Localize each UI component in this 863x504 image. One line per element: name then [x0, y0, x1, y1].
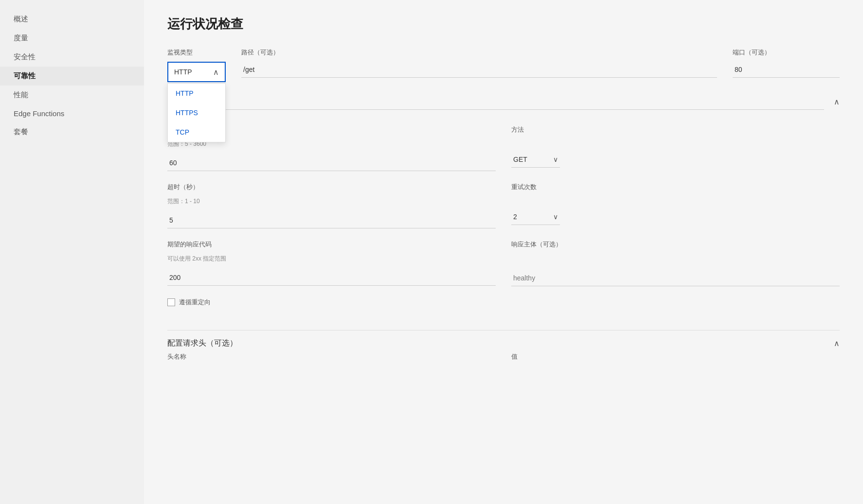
top-form-row: 监视类型 HTTP HTTP HTTPS TCP [167, 48, 840, 82]
expected-code-label: 期望的响应代码 [167, 240, 496, 249]
sidebar-item-packages[interactable]: 套餐 [0, 122, 144, 141]
response-body-label: 响应主体（可选） [511, 240, 840, 249]
sidebar-item-performance[interactable]: 性能 [0, 86, 144, 104]
follow-redirects-row: 遵循重定向 [167, 298, 840, 307]
interval-method-row: 测试时间间隔（秒） 范围：5 - 3600 方法 GET [167, 125, 840, 171]
method-group: 方法 GET [511, 125, 840, 171]
timeout-retries-row: 超时（秒） 范围：1 - 10 重试次数 2 [167, 183, 840, 228]
collapse-description-icon[interactable] [834, 97, 840, 106]
retries-chevron-icon [553, 213, 558, 221]
retries-group: 重试次数 2 [511, 183, 840, 228]
config-headers-collapse-icon[interactable] [834, 339, 840, 348]
dropdown-option-https[interactable]: HTTPS [168, 103, 225, 122]
header-value-col: 值 [511, 352, 840, 361]
dropdown-option-http[interactable]: HTTP [168, 84, 225, 103]
retries-dropdown-btn[interactable]: 2 [511, 209, 560, 225]
page-title: 运行状况检查 [167, 16, 840, 33]
port-group: 端口（可选） [733, 48, 840, 78]
retries-label: 重试次数 [511, 183, 840, 191]
sidebar: 概述 度量 安全性 可靠性 性能 Edge Functions 套餐 [0, 0, 144, 504]
path-label: 路径（可选） [241, 48, 717, 57]
expected-code-sublabel: 可以使用 2xx 指定范围 [167, 255, 496, 263]
config-headers-title: 配置请求头（可选） [167, 338, 237, 348]
follow-redirects-checkbox[interactable] [167, 298, 175, 306]
follow-redirects-label: 遵循重定向 [179, 298, 211, 307]
headers-table-header: 头名称 值 [167, 352, 840, 361]
monitor-type-dropdown-btn[interactable]: HTTP [167, 62, 226, 82]
description-row [167, 94, 840, 110]
sidebar-item-reliability[interactable]: 可靠性 [0, 67, 144, 86]
description-input[interactable] [167, 94, 824, 110]
monitor-type-dropdown-wrapper: HTTP HTTP HTTPS TCP [167, 62, 226, 82]
monitor-type-group: 监视类型 HTTP HTTP HTTPS TCP [167, 48, 226, 82]
port-label: 端口（可选） [733, 48, 840, 57]
header-name-col: 头名称 [167, 352, 496, 361]
monitor-type-label: 监视类型 [167, 48, 226, 57]
monitor-type-dropdown-menu: HTTP HTTPS TCP [167, 83, 226, 142]
interval-input[interactable] [167, 155, 496, 171]
config-headers-section: 配置请求头（可选） [167, 330, 840, 348]
dropdown-option-tcp[interactable]: TCP [168, 122, 225, 142]
main-content: 运行状况检查 监视类型 HTTP HTTP HTTPS [144, 0, 863, 504]
timeout-input[interactable] [167, 212, 496, 228]
path-input[interactable] [241, 62, 717, 78]
timeout-group: 超时（秒） 范围：1 - 10 [167, 183, 496, 228]
code-body-row: 期望的响应代码 可以使用 2xx 指定范围 响应主体（可选） [167, 240, 840, 286]
sidebar-item-security[interactable]: 安全性 [0, 48, 144, 67]
response-body-input[interactable] [511, 270, 840, 286]
sidebar-item-overview[interactable]: 概述 [0, 10, 144, 29]
method-label: 方法 [511, 125, 840, 134]
expected-code-input[interactable] [167, 270, 496, 286]
timeout-sublabel: 范围：1 - 10 [167, 197, 496, 206]
timeout-label: 超时（秒） [167, 183, 496, 191]
method-dropdown-btn[interactable]: GET [511, 152, 560, 168]
sidebar-item-edge-functions[interactable]: Edge Functions [0, 104, 144, 122]
method-chevron-icon [553, 156, 558, 163]
sidebar-item-metrics[interactable]: 度量 [0, 29, 144, 48]
path-group: 路径（可选） [241, 48, 717, 78]
chevron-up-icon [213, 68, 219, 77]
expected-code-group: 期望的响应代码 可以使用 2xx 指定范围 [167, 240, 496, 286]
response-body-group: 响应主体（可选） [511, 240, 840, 286]
port-input[interactable] [733, 62, 840, 78]
